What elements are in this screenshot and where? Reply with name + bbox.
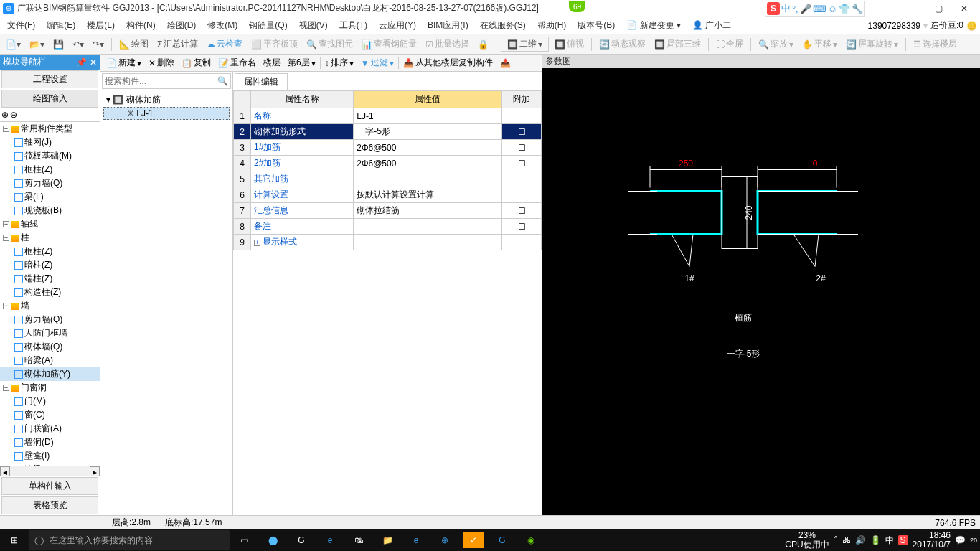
task-view-button[interactable]: ▭ [230,529,258,551]
ime-tool-icon[interactable]: 🔧 [852,4,863,14]
prop-row[interactable]: 1名称LJ-1 [234,108,542,124]
tree-item[interactable]: 门联窗(A) [0,422,100,435]
tree-item[interactable]: 人防门框墙 [0,326,100,340]
single-component-tab[interactable]: 单构件输入 [1,477,98,495]
maximize-button[interactable]: ▢ [925,1,951,17]
open-file-button[interactable]: 📂▾ [27,38,47,51]
tray-sogou-icon[interactable]: S [898,535,908,545]
filter-button[interactable]: ▼ 过滤 ▾ [358,56,397,70]
menu-view[interactable]: 视图(V) [295,18,332,33]
table-preview-tab[interactable]: 表格预览 [1,496,98,514]
property-grid[interactable]: 属性名称 属性值 附加 1名称LJ-12砌体加筋形式一字-5形☐31#加筋2Φ6… [233,90,542,250]
tree-item[interactable]: 筏板基础(M) [0,149,100,163]
component-instance-tree[interactable]: ▾ 🔲 砌体加筋 ✳ LJ-1 [100,90,232,123]
tray-chevron-icon[interactable]: ˄ [834,535,838,545]
tb-app-3[interactable]: ✓ [463,532,484,548]
draw-button[interactable]: 📐绘图 [116,37,151,52]
prop-row[interactable]: 2砌体加筋形式一字-5形☐ [234,124,542,140]
tree-item[interactable]: 梁(L) [0,190,100,204]
tree-item[interactable]: 砌体墙(Q) [0,340,100,354]
comp-lj1[interactable]: ✳ LJ-1 [103,107,230,120]
tree-item[interactable]: 现浇板(B) [0,204,100,217]
undo-button[interactable]: ↶▾ [70,38,87,51]
rename-component-button[interactable]: 📝 重命名 [215,56,259,70]
tree-item[interactable]: 构造柱(Z) [0,286,100,299]
menu-cloud[interactable]: 云应用(Y) [374,18,420,33]
menu-online[interactable]: 在线服务(S) [476,18,530,33]
menu-help[interactable]: 帮助(H) [533,18,571,33]
taskbar-search[interactable]: ◯ 在这里输入你要搜索的内容 [29,530,230,550]
tree-item[interactable]: 暗柱(Z) [0,258,100,272]
rotate-screen-button[interactable]: 🔄 屏幕旋转 ▾ [843,37,901,52]
menu-draw[interactable]: 绘图(D) [163,18,201,33]
tree-item[interactable]: 框柱(Z) [0,163,100,176]
tray-lan-icon[interactable]: 🖧 [842,535,851,545]
batch-select-button[interactable]: ☑ 批量选择 [423,37,472,52]
menu-bim[interactable]: BIM应用(I) [423,18,473,33]
tree-item[interactable]: 剪力墙(Q) [0,176,100,190]
floor-dropdown[interactable]: 第6层 ▾ [285,56,319,70]
prop-row[interactable]: 5其它加筋 [234,171,542,187]
menu-edit[interactable]: 编辑(E) [42,18,80,33]
search-input[interactable] [103,74,215,88]
tray-battery-icon[interactable]: 🔋 [870,535,881,545]
find-elem-button[interactable]: 🔍 查找图元 [303,37,356,52]
tree-item[interactable]: − 常用构件类型 [0,122,100,136]
tree-item[interactable]: 墙洞(D) [0,435,100,449]
pin-icon[interactable]: 📌 [76,57,87,67]
menu-version[interactable]: 版本号(B) [573,18,619,33]
property-edit-tab[interactable]: 属性编辑 [235,73,288,90]
redo-button[interactable]: ↷▾ [90,38,107,51]
menu-component[interactable]: 构件(N) [122,18,160,33]
tree-item[interactable]: 轴网(J) [0,136,100,149]
tb-app-1[interactable]: ⬤ [258,529,287,551]
cpu-meter[interactable]: 23%CPU使用中 [785,531,829,550]
menu-floor[interactable]: 楼层(L) [83,18,119,33]
close-button[interactable]: ✕ [951,1,977,17]
tb-ie[interactable]: e [402,529,430,551]
search-button[interactable]: 🔍 [215,74,230,88]
menu-modify[interactable]: 修改(M) [203,18,242,33]
comp-root[interactable]: ▾ 🔲 砌体加筋 [103,93,230,107]
taskbar-clock[interactable]: 18:462017/10/7 [913,531,951,550]
tree-item[interactable]: 端柱(Z) [0,272,100,286]
tree-item[interactable]: − 轴线 [0,217,100,231]
extra-button[interactable]: 📤 [497,57,514,69]
project-settings-tab[interactable]: 工程设置 [1,70,98,88]
ime-mic-icon[interactable]: 🎤 [800,4,811,14]
ime-bar[interactable]: S 中 °, 🎤 ⌨ ☺ 👕 🔧 [765,1,865,17]
tree-item[interactable]: − 柱 [0,231,100,245]
ime-sogou-icon[interactable]: S [767,2,780,15]
prop-row[interactable]: 6计算设置按默认计算设置计算 [234,187,542,203]
ime-kbd-icon[interactable]: ⌨ [813,4,826,14]
sum-calc-button[interactable]: Σ 汇总计算 [154,37,201,52]
hscroll[interactable]: ◂ ▸ [0,466,100,476]
delete-component-button[interactable]: ✕ 删除 [146,56,177,70]
slab-top-button[interactable]: ⬜ 平齐板顶 [248,37,301,52]
tb-app-2[interactable]: G [287,529,316,551]
cloud-check-button[interactable]: ☁ 云检查 [204,37,245,52]
menu-rebar[interactable]: 钢筋量(Q) [245,18,291,33]
lock-button[interactable]: 🔒 [475,38,491,51]
expand-all-icon[interactable]: ⊕ [1,110,9,120]
tree-item[interactable]: − 门窗洞 [0,381,100,395]
zoom-button[interactable]: 🔍 缩放 ▾ [755,37,796,52]
pan-button[interactable]: ✋ 平移 ▾ [799,37,840,52]
new-file-button[interactable]: 📄▾ [3,38,24,51]
top-view-button[interactable]: 🔲 俯视 [552,37,587,52]
ime-punct-icon[interactable]: °, [792,4,798,14]
tray-volume-icon[interactable]: 🔊 [855,535,866,545]
collapse-all-icon[interactable]: ⊖ [10,110,17,120]
fullscreen-button[interactable]: ⛶ 全屏 [713,37,746,52]
drawing-input-tab[interactable]: 绘图输入 [1,90,98,108]
tb-edge[interactable]: e [316,529,344,551]
tree-item[interactable]: 壁龛(I) [0,449,100,463]
copy-component-button[interactable]: 📋 复制 [179,56,214,70]
copy-from-floor-button[interactable]: 📥 从其他楼层复制构件 [400,56,496,70]
tree-item[interactable]: − 墙 [0,299,100,313]
local-3d-button[interactable]: 🔲 局部三维 [651,37,704,52]
menu-file[interactable]: 文件(F) [3,18,39,33]
new-change-button[interactable]: 📄 新建变更 ▾ [622,18,685,33]
tree-item[interactable]: 门(M) [0,395,100,408]
tb-app-4[interactable]: G [488,529,517,551]
